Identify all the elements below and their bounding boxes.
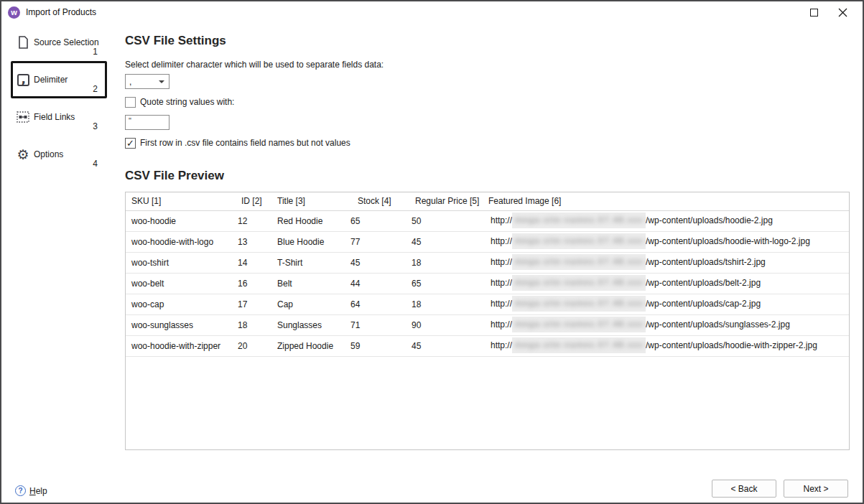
- csv-settings-heading: CSV File Settings: [125, 34, 850, 48]
- quote-values-row: Quote string values with:: [125, 96, 850, 108]
- close-button[interactable]: [828, 1, 857, 23]
- column-header-image: Featured Image [6]: [483, 192, 849, 210]
- quote-values-label: Quote string values with:: [140, 97, 234, 107]
- blurred-url-host: [512, 337, 646, 353]
- wizard-nav-buttons: < Back Next >: [712, 480, 848, 498]
- back-button[interactable]: < Back: [712, 480, 776, 498]
- gear-icon: ⚙: [17, 147, 29, 162]
- column-header-sku: SKU [1]: [126, 192, 236, 210]
- table-row[interactable]: woo-sunglasses 18 Sunglasses 71 90 http:…: [126, 314, 849, 335]
- column-header-title: Title [3]: [271, 192, 347, 210]
- close-icon: [838, 8, 847, 17]
- blurred-url-host: [512, 213, 646, 228]
- table-header-row: SKU [1] ID [2] Title [3] Stock [4] Regul…: [126, 192, 849, 210]
- step-number: 2: [93, 84, 98, 94]
- step-label: Options: [34, 149, 63, 159]
- quote-character-input[interactable]: [125, 115, 169, 130]
- wizard-steps-sidebar: Source Selection 1 Delimiter 2: [1, 23, 116, 482]
- column-header-price: Regular Price [5]: [408, 192, 483, 210]
- step-label: Field Links: [34, 112, 75, 122]
- table-row[interactable]: woo-hoodie 12 Red Hoodie 65 50 http:///w…: [126, 210, 849, 231]
- first-row-names-row: First row in .csv file contains field na…: [125, 137, 850, 149]
- step-number: 4: [93, 159, 98, 169]
- step-delimiter[interactable]: Delimiter 2: [11, 61, 107, 98]
- step-options[interactable]: ⚙ Options 4: [11, 136, 107, 173]
- step-field-links[interactable]: Field Links 3: [11, 98, 107, 136]
- blurred-url-host: [512, 296, 646, 312]
- help-label: Help: [29, 486, 47, 496]
- csv-preview-heading: CSV File Preview: [125, 169, 850, 183]
- table-row[interactable]: woo-hoodie-with-zipper 20 Zipped Hoodie …: [126, 335, 849, 356]
- first-row-names-label: First row in .csv file contains field na…: [140, 138, 350, 148]
- help-link[interactable]: ? Help: [15, 485, 47, 496]
- delimiter-field-label: Select delimiter character which will be…: [125, 60, 850, 70]
- quote-values-checkbox[interactable]: [125, 97, 136, 108]
- maximize-icon: [810, 9, 818, 17]
- column-header-stock: Stock [4]: [347, 192, 408, 210]
- import-products-window: w Import of Products: [0, 0, 864, 504]
- table-row[interactable]: woo-hoodie-with-logo 13 Blue Hoodie 77 4…: [126, 231, 849, 252]
- step-number: 1: [93, 47, 98, 57]
- blurred-url-host: [512, 233, 646, 249]
- next-button[interactable]: Next >: [784, 480, 848, 498]
- help-icon: ?: [15, 485, 26, 496]
- table-row[interactable]: woo-belt 16 Belt 44 65 http:///wp-conten…: [126, 273, 849, 294]
- document-icon: [17, 35, 29, 50]
- main-panel: CSV File Settings Select delimiter chara…: [116, 23, 864, 482]
- table-row[interactable]: woo-tshirt 14 T-Shirt 45 18 http:///wp-c…: [126, 252, 849, 273]
- blurred-url-host: [512, 275, 646, 291]
- first-row-names-checkbox[interactable]: [125, 138, 136, 149]
- window-title: Import of Products: [26, 7, 96, 17]
- table-row[interactable]: woo-cap 17 Cap 64 18 http:///wp-content/…: [126, 294, 849, 314]
- csv-preview-table: SKU [1] ID [2] Title [3] Stock [4] Regul…: [125, 192, 850, 450]
- blurred-url-host: [512, 317, 646, 332]
- step-source-selection[interactable]: Source Selection 1: [11, 24, 107, 61]
- column-header-id: ID [2]: [236, 192, 271, 210]
- woocommerce-logo-icon: w: [8, 6, 20, 19]
- delimiter-dropdown[interactable]: ,: [125, 74, 169, 89]
- title-bar: w Import of Products: [1, 1, 863, 23]
- step-number: 3: [93, 121, 98, 131]
- comma-icon: [17, 73, 29, 87]
- step-label: Source Selection: [34, 37, 99, 47]
- step-label: Delimiter: [34, 75, 68, 85]
- maximize-button[interactable]: [799, 1, 828, 23]
- chevron-down-icon: [159, 80, 164, 83]
- field-links-icon: [17, 110, 29, 124]
- window-controls: [799, 1, 857, 23]
- delimiter-dropdown-value: ,: [126, 77, 159, 87]
- blurred-url-host: [512, 254, 646, 270]
- window-body: Source Selection 1 Delimiter 2: [1, 23, 863, 482]
